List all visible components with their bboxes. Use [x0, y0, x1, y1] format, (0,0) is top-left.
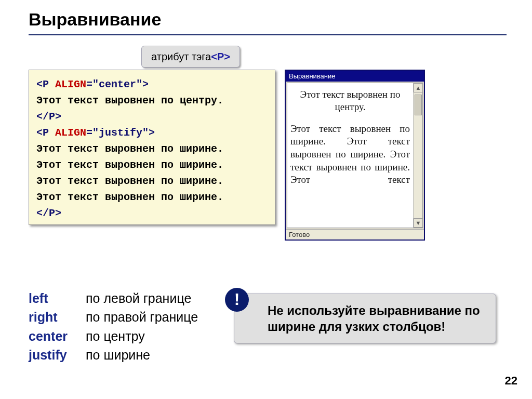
list-item: centerпо центру — [29, 327, 198, 345]
list-item: rightпо правой границе — [29, 308, 198, 326]
warning-callout: ! Не используйте выравнивание по ширине … — [234, 294, 496, 343]
list-item: justifyпо ширине — [29, 345, 198, 364]
align-description: по центру — [86, 329, 145, 343]
code-line: Этот текст выровнен по ширине. — [36, 157, 268, 173]
align-description: по ширине — [86, 348, 150, 362]
list-item: leftпо левой границе — [29, 289, 198, 308]
code-tag-open: <P — [36, 127, 55, 139]
scroll-down-button[interactable]: ▼ — [414, 218, 423, 228]
code-line: Этот текст выровнен по ширине. — [36, 173, 268, 189]
code-line: Этот текст выровнен по ширине. — [36, 189, 268, 205]
align-keyword: right — [29, 308, 86, 326]
code-line: Этот текст выровнен по центру. — [36, 92, 268, 109]
code-line: </P> — [36, 109, 268, 125]
browser-content: Этот текст выровнен по центру. Этот текс… — [287, 83, 413, 192]
callout-tag: P — [217, 51, 224, 63]
code-attr: ALIGN — [55, 127, 86, 139]
scrollbar-track[interactable]: ▲ ▼ — [413, 83, 422, 228]
align-keyword: justify — [29, 345, 86, 364]
code-line: Этот текст выровнен по ширине. — [36, 141, 268, 157]
browser-preview: Выравнивание Этот текст выровнен по цент… — [285, 70, 425, 241]
centered-paragraph: Этот текст выровнен по центру. — [290, 88, 410, 113]
align-keyword: center — [29, 327, 86, 345]
alignment-values-list: leftпо левой границе rightпо правой гран… — [29, 289, 198, 364]
browser-titlebar: Выравнивание — [286, 71, 424, 82]
code-tag-rest: ="justify"> — [86, 127, 155, 139]
code-line: </P> — [36, 205, 268, 221]
browser-viewport: Этот текст выровнен по центру. Этот текс… — [287, 83, 423, 228]
align-description: по левой границе — [86, 291, 191, 305]
justified-paragraph: Этот текст выровнен по ширине. Этот текс… — [290, 123, 410, 187]
scroll-up-button[interactable]: ▲ — [414, 83, 423, 92]
scroll-thumb[interactable] — [415, 95, 422, 115]
browser-statusbar: Готово — [286, 229, 424, 240]
callout-prefix: атрибут тэга — [151, 51, 211, 63]
align-description: по правой границе — [86, 310, 198, 324]
exclamation-icon: ! — [225, 288, 249, 312]
title-underline — [29, 34, 507, 35]
align-keyword: left — [29, 289, 86, 308]
code-attr: ALIGN — [55, 78, 86, 90]
code-example: <P ALIGN="center"> Этот текст выровнен п… — [29, 70, 275, 225]
code-tag-rest: ="center"> — [86, 78, 149, 90]
attribute-callout: атрибут тэга < P > — [141, 46, 240, 68]
page-title: Выравнивание — [29, 9, 161, 30]
code-line: <P ALIGN="justify"> — [36, 125, 268, 141]
warning-text: Не используйте выравнивание по ширине дл… — [268, 303, 480, 334]
code-tag-open: <P — [36, 78, 55, 90]
page-number: 22 — [505, 374, 517, 388]
callout-close: > — [224, 51, 230, 63]
code-line: <P ALIGN="center"> — [36, 76, 268, 92]
callout-open: < — [211, 51, 217, 63]
